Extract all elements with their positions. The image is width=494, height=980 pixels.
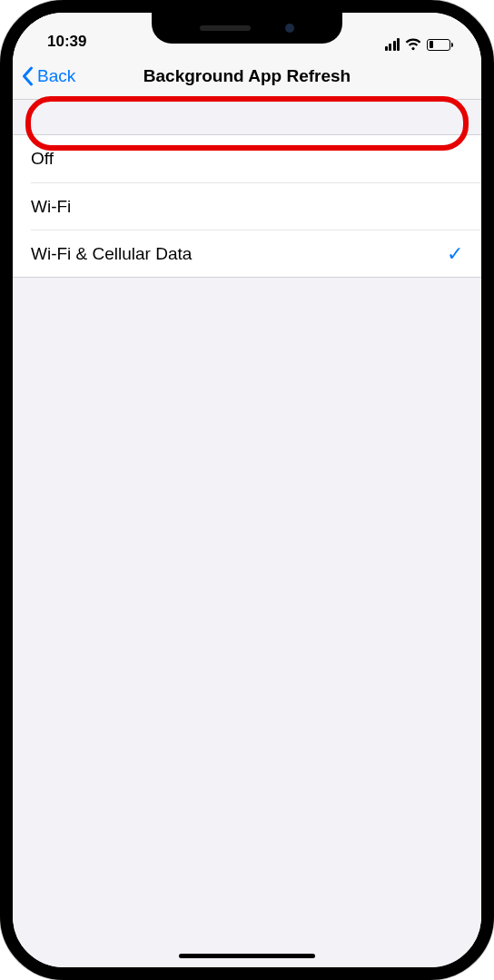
checkmark-icon: ✓ <box>447 242 463 266</box>
option-label: Off <box>31 149 54 169</box>
status-time: 10:39 <box>40 33 86 51</box>
back-label: Back <box>37 66 75 86</box>
option-label: Wi-Fi & Cellular Data <box>31 244 192 264</box>
option-wifi-cellular[interactable]: Wi-Fi & Cellular Data ✓ <box>31 230 481 277</box>
speaker-grille <box>200 25 251 31</box>
option-label: Wi-Fi <box>31 197 71 217</box>
option-off[interactable]: Off <box>13 135 481 182</box>
cellular-signal-icon <box>385 38 400 51</box>
back-button[interactable]: Back <box>13 66 75 86</box>
wifi-icon <box>405 38 421 51</box>
navigation-bar: Back Background App Refresh <box>13 53 481 100</box>
front-camera <box>285 24 294 33</box>
battery-icon <box>427 39 450 51</box>
screen: 10:39 <box>13 13 481 967</box>
device-notch <box>152 13 342 44</box>
status-indicators <box>385 38 455 51</box>
iphone-device-frame: 10:39 <box>0 0 494 980</box>
chevron-left-icon <box>22 66 34 86</box>
battery-level-low <box>430 41 433 48</box>
option-wifi[interactable]: Wi-Fi <box>31 182 481 230</box>
options-list: Off Wi-Fi Wi-Fi & Cellular Data ✓ <box>13 134 481 278</box>
page-title: Background App Refresh <box>143 66 351 86</box>
content-area: Off Wi-Fi Wi-Fi & Cellular Data ✓ <box>13 100 481 278</box>
home-indicator[interactable] <box>179 954 315 958</box>
